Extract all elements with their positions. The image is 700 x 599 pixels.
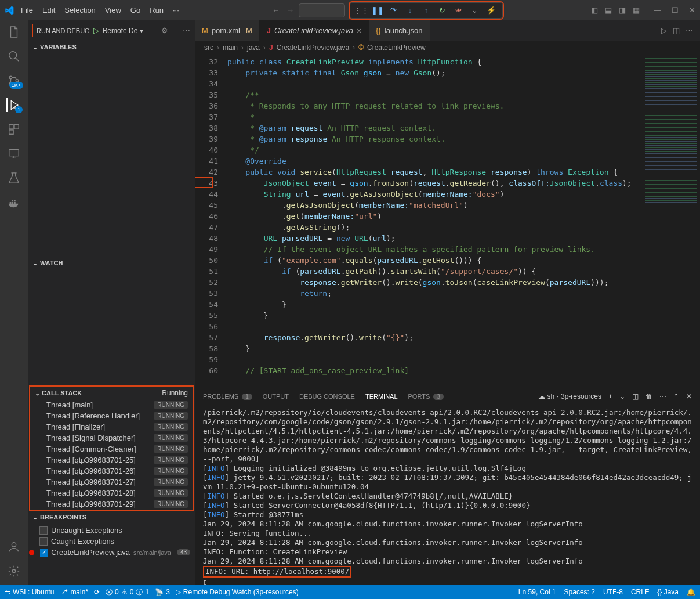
accounts-icon[interactable] — [7, 540, 21, 554]
thread-row[interactable]: Thread [qtp399683701-26]RUNNING — [30, 466, 193, 477]
code-line[interactable] — [227, 354, 642, 365]
layout-sidebar-right-icon[interactable]: ◨ — [619, 6, 626, 15]
line-number[interactable]: 37 — [195, 111, 218, 122]
line-number[interactable]: 46 — [195, 211, 218, 222]
line-number[interactable]: 41 — [195, 156, 218, 167]
git-branch[interactable]: ⎇ main* — [60, 588, 88, 596]
breadcrumb-item[interactable]: src — [204, 44, 213, 52]
thread-row[interactable]: Thread [qtp399683701-29]RUNNING — [30, 499, 193, 510]
thread-row[interactable]: Thread [Finalizer]RUNNING — [30, 421, 193, 432]
variables-section-header[interactable]: ⌄ VARIABLES — [28, 41, 195, 53]
new-terminal-icon[interactable]: + — [608, 392, 612, 400]
code-line[interactable]: } — [227, 299, 642, 310]
code-line[interactable]: // If the event object URL matches a spe… — [227, 244, 642, 255]
code-line[interactable]: * @param request An HTTP request context… — [227, 122, 642, 133]
disconnect-icon[interactable]: ⚮ — [454, 5, 464, 16]
remote-indicator[interactable]: ⇋ WSL: Ubuntu — [5, 588, 54, 596]
code-line[interactable]: JsonObject event = gson.fromJson(request… — [227, 178, 642, 189]
pause-icon[interactable]: ❚❚ — [372, 5, 383, 16]
thread-row[interactable]: Thread [qtp399683701-27]RUNNING — [30, 477, 193, 488]
breadcrumb[interactable]: src›main›java›J CreateLinkPreview.java›©… — [195, 41, 700, 55]
thread-row[interactable]: Thread [qtp399683701-28]RUNNING — [30, 488, 193, 499]
checkbox-checked-icon[interactable]: ✓ — [40, 549, 48, 557]
close-tab-icon[interactable]: × — [357, 26, 361, 35]
start-debug-icon[interactable]: ▷ — [93, 26, 99, 35]
code-line[interactable]: * Responds to any HTTP request related t… — [227, 100, 642, 111]
line-number[interactable]: 50 — [195, 255, 218, 266]
line-number[interactable]: 38 — [195, 122, 218, 133]
code-line[interactable] — [227, 321, 642, 332]
eol-status[interactable]: CRLF — [631, 588, 649, 596]
panel-tab-debug-console[interactable]: DEBUG CONSOLE — [299, 393, 355, 400]
line-number[interactable]: 44 — [195, 189, 218, 200]
command-center[interactable] — [299, 3, 345, 17]
more-icon[interactable]: ⋯ — [659, 392, 666, 400]
callstack-header[interactable]: ⌄ CALL STACK Running — [30, 387, 193, 399]
code-line[interactable]: response.getWriter().write("{}"); — [227, 332, 642, 343]
debug-status[interactable]: ▷ Remote Debug Watch (3p-resources) — [176, 588, 299, 596]
menu-···[interactable]: ··· — [168, 3, 184, 17]
code-line[interactable]: if ("example.com".equals(parsedURL.getHo… — [227, 255, 642, 266]
code-area[interactable]: public class CreateLinkPreview implement… — [227, 55, 642, 387]
terminal-output[interactable]: /pierrick/.m2/repository/io/cloudevents/… — [195, 406, 700, 585]
code-line[interactable]: .getAsString(); — [227, 222, 642, 233]
notifications-icon[interactable]: 🔔 — [687, 588, 695, 596]
menu-file[interactable]: File — [16, 3, 38, 17]
step-into-icon[interactable]: ↓ — [405, 5, 415, 16]
panel-tab-terminal[interactable]: TERMINAL — [365, 393, 398, 402]
line-number[interactable]: 35 — [195, 89, 218, 100]
panel-tab-output[interactable]: OUTPUT — [263, 393, 289, 400]
code-line[interactable] — [227, 78, 642, 89]
line-number[interactable]: 43 — [195, 178, 218, 189]
layout-sidebar-left-icon[interactable]: ◧ — [591, 6, 598, 15]
code-line[interactable]: * — [227, 111, 642, 122]
panel-tab-problems[interactable]: PROBLEMS1 — [203, 393, 252, 400]
thread-row[interactable]: Thread [Common-Cleaner]RUNNING — [30, 443, 193, 454]
tab-launch-json[interactable]: {}launch.json — [369, 20, 430, 41]
line-number[interactable]: 60 — [195, 365, 218, 376]
problems-status[interactable]: ⓧ 0 ⚠ 0 ⓘ 1 — [106, 587, 149, 597]
minimize-icon[interactable]: — — [654, 6, 661, 15]
line-number[interactable]: 47 — [195, 222, 218, 233]
ports-status[interactable]: 📡 3 — [155, 588, 170, 596]
terminal-chevron-icon[interactable]: ⌄ — [619, 392, 625, 400]
code-line[interactable]: .getAsJsonObject(memberName:"matchedUrl"… — [227, 200, 642, 211]
menu-go[interactable]: Go — [126, 3, 145, 17]
drag-icon[interactable]: ⋮⋮ — [356, 5, 367, 16]
checkbox-icon[interactable] — [39, 526, 48, 535]
thread-row[interactable]: Thread [Reference Handler]RUNNING — [30, 410, 193, 421]
editor-body[interactable]: 3233343536373839404142434445464748495051… — [195, 55, 700, 387]
docker-icon[interactable] — [7, 196, 21, 210]
remote-explorer-icon[interactable] — [7, 147, 21, 161]
step-out-icon[interactable]: ↑ — [421, 5, 431, 16]
debug-settings-icon[interactable]: ⚙ — [161, 26, 168, 35]
line-number[interactable]: 48 — [195, 233, 218, 244]
breakpoints-header[interactable]: ⌄ BREAKPOINTS — [28, 511, 195, 524]
more-actions-icon[interactable]: ⋯ — [686, 26, 693, 35]
hot-reload-icon[interactable]: ⚡ — [486, 5, 496, 16]
line-number[interactable]: 36 — [195, 100, 218, 111]
code-line[interactable]: } — [227, 343, 642, 354]
language-status[interactable]: {} Java — [657, 588, 679, 596]
menu-edit[interactable]: Edit — [38, 3, 60, 17]
breadcrumb-item[interactable]: CreateLinkPreview.java — [277, 44, 349, 52]
code-line[interactable]: return; — [227, 288, 642, 299]
line-number[interactable]: 39 — [195, 133, 218, 145]
step-over-icon[interactable]: ↷ — [389, 5, 399, 16]
minimap[interactable] — [642, 55, 700, 387]
panel-tab-ports[interactable]: PORTS3 — [408, 393, 444, 400]
line-number[interactable]: 34 — [195, 78, 218, 89]
cursor-position[interactable]: Ln 59, Col 1 — [518, 588, 556, 596]
line-number[interactable]: 55 — [195, 310, 218, 321]
nav-forward-icon[interactable]: → — [286, 6, 294, 15]
run-debug-icon[interactable]: 1 — [6, 98, 20, 112]
code-line[interactable]: public class CreateLinkPreview implement… — [227, 56, 642, 67]
testing-icon[interactable] — [7, 171, 21, 185]
code-line[interactable]: } — [227, 310, 642, 321]
bp-uncaught[interactable]: Uncaught Exceptions — [28, 525, 195, 536]
breadcrumb-item[interactable]: CreateLinkPreview — [367, 44, 426, 52]
code-line[interactable]: .get(memberName:"url") — [227, 211, 642, 222]
source-control-icon[interactable]: 1K+ — [7, 74, 21, 88]
line-number[interactable]: 45 — [195, 200, 218, 211]
line-number[interactable]: 32 — [195, 56, 218, 67]
